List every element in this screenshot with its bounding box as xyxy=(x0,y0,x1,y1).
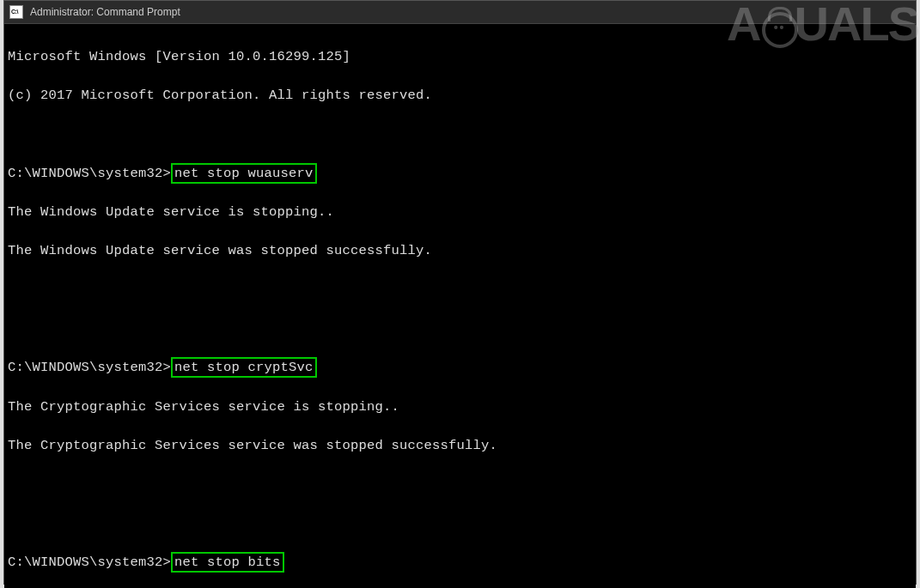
appuals-logo-icon xyxy=(762,12,798,48)
highlighted-command: net stop bits xyxy=(171,552,284,573)
appuals-watermark: A UALS xyxy=(727,0,918,52)
terminal-output[interactable]: Microsoft Windows [Version 10.0.16299.12… xyxy=(4,24,916,588)
cmd-prompt-icon xyxy=(9,5,23,19)
blank-line xyxy=(8,280,911,300)
prompt-line: C:\WINDOWS\system32>net stop cryptSvc xyxy=(8,357,911,378)
blank-line xyxy=(8,124,911,144)
prompt-line: C:\WINDOWS\system32>net stop wuauserv xyxy=(8,163,911,184)
output-line: The Cryptographic Services service was s… xyxy=(8,436,911,456)
watermark-prefix: A xyxy=(727,0,759,52)
prompt: C:\WINDOWS\system32> xyxy=(8,555,171,570)
blank-line xyxy=(8,318,911,338)
blank-line xyxy=(8,475,911,494)
output-line: The Windows Update service is stopping.. xyxy=(8,203,911,222)
highlighted-command: net stop cryptSvc xyxy=(171,357,317,378)
header-line: (c) 2017 Microsoft Corporation. All righ… xyxy=(8,86,911,106)
blank-line xyxy=(8,513,911,533)
output-line: The Windows Update service was stopped s… xyxy=(8,241,911,261)
output-line: The Cryptographic Services service is st… xyxy=(8,397,911,417)
cmd-window: Administrator: Command Prompt Microsoft … xyxy=(3,0,917,585)
window-title: Administrator: Command Prompt xyxy=(30,6,180,18)
highlighted-command: net stop wuauserv xyxy=(171,163,317,184)
prompt: C:\WINDOWS\system32> xyxy=(8,360,171,375)
watermark-suffix: UALS xyxy=(795,0,918,52)
prompt: C:\WINDOWS\system32> xyxy=(8,166,171,181)
prompt-line: C:\WINDOWS\system32>net stop bits xyxy=(8,552,911,573)
